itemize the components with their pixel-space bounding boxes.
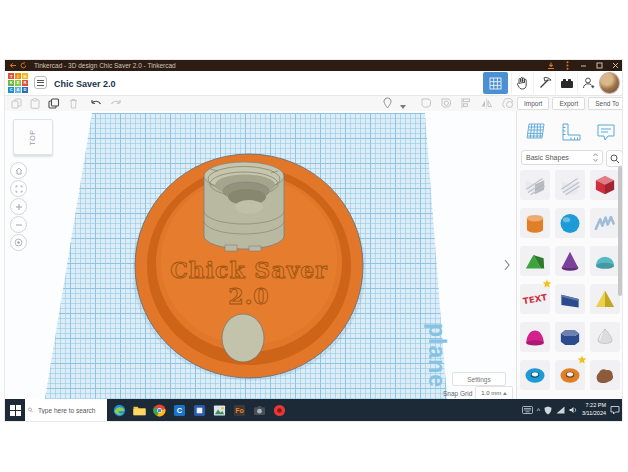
taskbar-app-app-blue-icon[interactable]	[192, 403, 207, 418]
grid-settings-button[interactable]: Settings	[452, 372, 506, 386]
perspective-toggle-button[interactable]	[10, 234, 27, 251]
security-shield-icon[interactable]	[544, 406, 552, 415]
taskbar-clock[interactable]: 7:22 PM 3/11/2024	[582, 402, 606, 417]
maximize-icon[interactable]	[594, 61, 604, 71]
taskbar-app-app-fo-icon[interactable]: Fo	[232, 403, 247, 418]
workplane-tool-icon[interactable]	[523, 119, 549, 145]
invite-person-icon[interactable]	[577, 72, 599, 94]
clock-date: 3/11/2024	[582, 410, 606, 418]
avatar[interactable]	[599, 72, 620, 94]
network-icon[interactable]	[556, 406, 565, 414]
shape-tile-torus[interactable]	[555, 360, 585, 390]
close-icon[interactable]	[610, 61, 620, 71]
action-center-icon[interactable]	[610, 405, 620, 415]
brick-icon[interactable]	[555, 72, 577, 94]
model-engraved-line2: 2.0	[228, 283, 269, 309]
tray-app-icon[interactable]	[522, 406, 533, 414]
menu-kebab-icon[interactable]	[562, 61, 572, 71]
windows-logo-icon	[10, 405, 21, 416]
shape-tile-text[interactable]: TEXT	[520, 284, 550, 314]
shape-tile-wedge[interactable]	[555, 284, 585, 314]
design-canvas[interactable]: plane Chick Saver 2.0	[5, 111, 516, 399]
hand-grab-icon[interactable]	[511, 72, 533, 94]
shape-tile-roof[interactable]	[520, 246, 550, 276]
shape-tile-box-hole[interactable]	[520, 170, 550, 200]
taskbar-app-recorder-icon[interactable]	[272, 403, 287, 418]
shape-tile-polygon[interactable]	[555, 322, 585, 352]
fit-view-button[interactable]	[10, 180, 27, 197]
starred-icon	[542, 279, 552, 289]
zoom-in-button[interactable]	[10, 198, 27, 215]
app-window: Tinkercad - 3D design Chic Saver 2.0 - T…	[5, 60, 622, 421]
design-menu-icon[interactable]	[34, 76, 47, 89]
shape-tile-cylinder[interactable]	[520, 208, 550, 238]
shape-category-select[interactable]: Basic Shapes	[521, 150, 603, 165]
send-to-button[interactable]: Send To	[588, 97, 622, 110]
ruler-icon[interactable]	[558, 119, 584, 145]
ruler-tool-icon[interactable]	[501, 95, 514, 113]
paste-icon[interactable]	[30, 95, 40, 113]
tray-expand-caret-icon[interactable]: ^	[537, 407, 540, 414]
volume-icon[interactable]	[569, 406, 578, 414]
shape-tile-heart[interactable]	[590, 360, 620, 390]
start-button[interactable]	[5, 399, 25, 421]
shape-tile-cone[interactable]	[555, 246, 585, 276]
taskbar-app-camera-icon[interactable]	[252, 403, 267, 418]
taskbar-app-app-c-icon[interactable]: C	[172, 403, 187, 418]
zoom-out-button[interactable]	[10, 216, 27, 233]
delete-icon[interactable]	[69, 95, 78, 113]
blocks-view-button[interactable]	[483, 72, 508, 94]
back-icon[interactable]	[8, 61, 18, 71]
shape-tile-tube[interactable]	[520, 360, 550, 390]
shape-tile-cylinder-hole[interactable]	[555, 170, 585, 200]
windows-taskbar: CFo ^ 7:22 PM 3/11/2024	[5, 399, 622, 421]
view-cube[interactable]: TOP	[13, 119, 53, 155]
starred-icon	[577, 355, 587, 365]
search-icon	[610, 154, 620, 164]
shape-tile-sphere[interactable]	[555, 208, 585, 238]
panel-collapse-chevron-icon[interactable]	[504, 259, 510, 273]
taskbar-app-file-explorer-icon[interactable]	[132, 403, 147, 418]
snap-grid-select[interactable]: 1.0 mm	[475, 386, 513, 399]
minimize-icon[interactable]	[578, 61, 588, 71]
shape-tile-scribble[interactable]	[590, 208, 620, 238]
model-threaded-neck	[204, 162, 284, 251]
pickaxe-icon[interactable]	[533, 72, 555, 94]
shape-tile-half-sphere[interactable]	[590, 246, 620, 276]
taskbar-search[interactable]	[25, 399, 107, 421]
flip-mirror-icon[interactable]	[480, 95, 493, 113]
import-button[interactable]: Import	[517, 97, 549, 110]
workplane-pin-icon[interactable]	[383, 95, 392, 113]
app-header: TIN KER CAD Chic Saver 2.0	[5, 71, 622, 96]
notes-icon[interactable]	[593, 119, 619, 145]
shape-tile-box[interactable]	[590, 170, 620, 200]
redo-icon[interactable]	[110, 95, 122, 113]
svg-text:TEXT: TEXT	[522, 292, 548, 306]
home-view-button[interactable]	[10, 162, 27, 179]
shape-tile-paraboloid[interactable]	[520, 322, 550, 352]
shape-tile-egg[interactable]	[590, 322, 620, 352]
clock-time: 7:22 PM	[582, 402, 606, 410]
solid-shape-icon[interactable]	[420, 95, 432, 113]
hole-shape-icon[interactable]	[440, 95, 452, 113]
taskbar-app-photos-icon[interactable]	[212, 403, 227, 418]
sidebar-scrollbar[interactable]	[618, 166, 622, 296]
refresh-icon[interactable]	[18, 61, 28, 71]
svg-text:C: C	[177, 406, 183, 415]
dropdown-caret-icon[interactable]	[400, 95, 406, 113]
edit-toolbar: Import Export Send To	[5, 96, 622, 112]
shape-tile-pyramid[interactable]	[590, 284, 620, 314]
tinkercad-logo-icon[interactable]: TIN KER CAD	[8, 73, 28, 93]
undo-icon[interactable]	[90, 95, 102, 113]
align-icon[interactable]	[460, 95, 472, 113]
duplicate-icon[interactable]	[48, 95, 61, 113]
export-button[interactable]: Export	[552, 97, 585, 110]
taskbar-search-input[interactable]	[36, 406, 104, 415]
search-shapes-button[interactable]	[606, 150, 622, 167]
taskbar-app-edge-icon[interactable]	[112, 403, 127, 418]
window-titlebar: Tinkercad - 3D design Chic Saver 2.0 - T…	[5, 60, 622, 71]
download-icon[interactable]	[546, 61, 556, 71]
copy-icon[interactable]	[11, 95, 22, 113]
taskbar-app-chrome-icon[interactable]	[152, 403, 167, 418]
model-chick-saver[interactable]: Chick Saver 2.0	[133, 151, 365, 381]
